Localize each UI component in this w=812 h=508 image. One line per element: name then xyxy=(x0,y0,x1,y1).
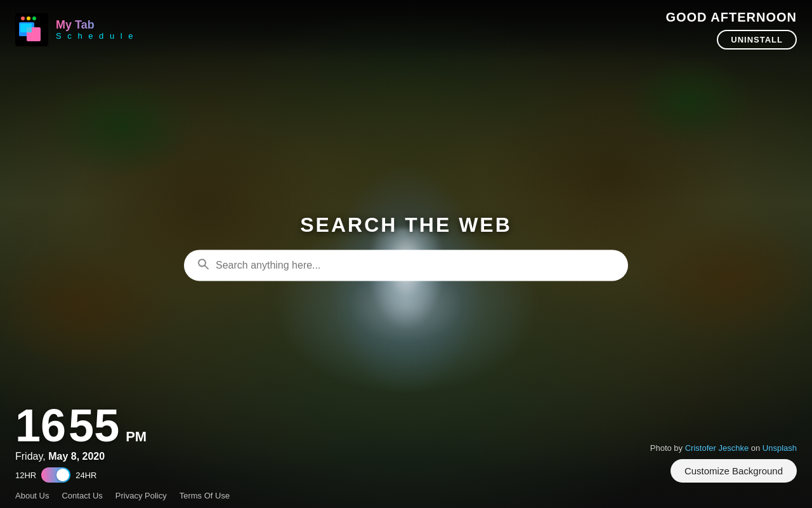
customize-background-button[interactable]: Customize Background xyxy=(671,459,797,483)
contact-us-link[interactable]: Contact Us xyxy=(62,491,102,500)
search-icon xyxy=(197,257,209,273)
greeting-text: GOOD AFTERNOON xyxy=(665,10,797,25)
clock-date: Friday, May 8, 2020 xyxy=(15,451,147,462)
bottom-right: Photo by Cristofer Jeschke on Unsplash C… xyxy=(650,443,797,483)
svg-rect-6 xyxy=(20,23,32,32)
logo-schedule: S c h e d u l e xyxy=(56,32,135,41)
center-area: SEARCH THE WEB xyxy=(184,213,628,281)
date-bold: May 8, 2020 xyxy=(48,451,105,462)
photo-text: Photo by xyxy=(650,443,685,453)
privacy-policy-link[interactable]: Privacy Policy xyxy=(115,491,167,500)
photographer-link[interactable]: Cristofer Jeschke xyxy=(685,443,749,453)
toggle-thumb xyxy=(56,469,69,481)
12hr-label: 12HR xyxy=(15,471,36,480)
svg-line-8 xyxy=(205,265,208,269)
date-prefix: Friday, xyxy=(15,451,48,462)
clock-area: 16 55 PM Friday, May 8, 2020 12HR 24HR xyxy=(15,403,147,483)
header-right: GOOD AFTERNOON UNINSTALL xyxy=(665,10,797,50)
search-input[interactable] xyxy=(216,260,615,271)
footer-links: About Us Contact Us Privacy Policy Terms… xyxy=(15,491,230,500)
about-us-link[interactable]: About Us xyxy=(15,491,49,500)
search-title: SEARCH THE WEB xyxy=(300,213,512,237)
clock-time: 16 55 PM xyxy=(15,403,147,448)
search-bar xyxy=(184,250,628,281)
uninstall-button[interactable]: UNINSTALL xyxy=(717,30,797,50)
terms-of-use-link[interactable]: Terms Of Use xyxy=(180,491,230,500)
logo-mytab: My Tab xyxy=(56,19,135,32)
svg-point-3 xyxy=(32,17,36,20)
logo-area: My Tab S c h e d u l e xyxy=(15,13,135,46)
svg-point-1 xyxy=(21,17,25,20)
clock-ampm: PM xyxy=(126,429,147,445)
on-text: on xyxy=(749,443,763,453)
clock-minutes: 55 xyxy=(69,403,119,448)
photo-credit: Photo by Cristofer Jeschke on Unsplash xyxy=(650,443,797,453)
header: My Tab S c h e d u l e GOOD AFTERNOON UN… xyxy=(0,0,812,60)
logo-text: My Tab S c h e d u l e xyxy=(56,19,135,41)
logo-icon xyxy=(15,13,48,46)
time-toggle: 12HR 24HR xyxy=(15,467,147,483)
time-format-toggle[interactable] xyxy=(41,467,70,483)
clock-hours: 16 xyxy=(15,403,66,448)
24hr-label: 24HR xyxy=(75,471,96,480)
svg-point-2 xyxy=(27,17,30,20)
unsplash-link[interactable]: Unsplash xyxy=(763,443,797,453)
